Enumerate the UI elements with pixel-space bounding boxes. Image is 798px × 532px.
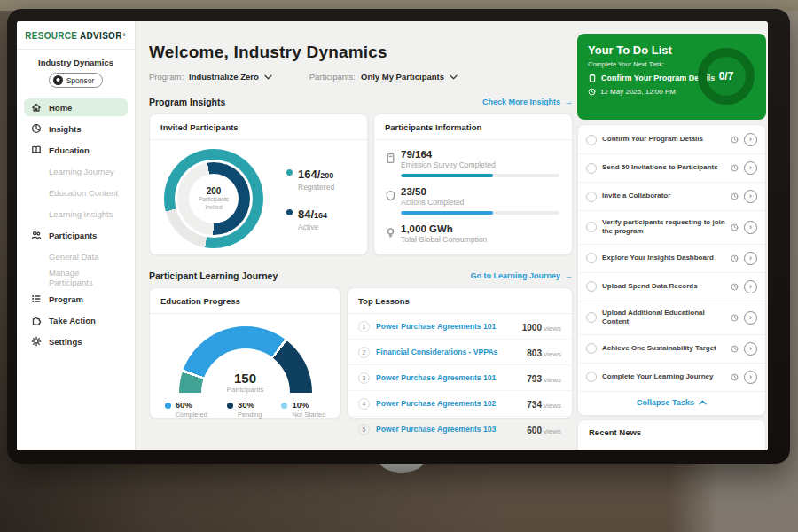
clipboard-icon bbox=[588, 74, 597, 82]
lesson-views: 793 bbox=[527, 374, 542, 384]
task-list-card: Confirm Your Program Details › Send 50 I… bbox=[577, 124, 766, 416]
legend-dot bbox=[286, 209, 293, 215]
lesson-link[interactable]: Financial Considerations - VPPAs bbox=[376, 348, 520, 356]
sidebar-item-learning-journey[interactable]: Learning Journey bbox=[24, 162, 128, 180]
legend-dot bbox=[165, 403, 171, 409]
clock-icon bbox=[731, 283, 739, 291]
task-label[interactable]: Invite a Collaborator bbox=[602, 192, 725, 200]
sidebar-item-settings[interactable]: Settings bbox=[24, 332, 128, 350]
sidebar-item-education-content[interactable]: Education Content bbox=[24, 184, 128, 201]
task-checkbox[interactable] bbox=[586, 253, 597, 263]
app-logo: RESOURCE ADVISOR+ bbox=[17, 31, 135, 41]
task-checkbox[interactable] bbox=[586, 343, 597, 354]
sidebar-item-insights[interactable]: Insights bbox=[24, 120, 128, 137]
clock-icon bbox=[731, 136, 739, 144]
dashboard-screen: RESOURCE ADVISOR+ Industry Dynamics Spon… bbox=[17, 21, 768, 450]
check-more-insights-link[interactable]: Check More Insights → bbox=[482, 98, 573, 106]
stat-row-consumption: 1,000 GWh Total Global Consumption bbox=[374, 223, 572, 244]
task-label[interactable]: Upload Additional Educational Content bbox=[602, 309, 725, 327]
link-label: Go to Learning Journey bbox=[470, 271, 560, 280]
lesson-link[interactable]: Power Purchase Agreements 103 bbox=[376, 425, 520, 434]
task-label[interactable]: Complete Your Learning Journey bbox=[602, 372, 725, 381]
legend-label: Not Started bbox=[292, 411, 325, 419]
todo-progress-ring: 0/7 bbox=[698, 48, 755, 105]
task-checkbox[interactable] bbox=[586, 312, 597, 323]
legend-active: 84/164 Active bbox=[286, 206, 334, 231]
participants-information-card: Participants Information 79/164 Emission… bbox=[373, 113, 573, 255]
lesson-views: 600 bbox=[527, 426, 542, 435]
chevron-right-icon[interactable]: › bbox=[744, 311, 757, 325]
recent-news-card: Recent News bbox=[577, 419, 766, 450]
task-label[interactable]: Send 50 Invitations to Participants bbox=[602, 163, 725, 172]
sponsor-badge[interactable]: Sponsor bbox=[49, 73, 104, 88]
task-checkbox[interactable] bbox=[586, 222, 597, 232]
sidebar-item-program[interactable]: Program bbox=[24, 290, 128, 308]
clock-icon bbox=[731, 164, 739, 172]
stat-value: 23/50 bbox=[401, 186, 559, 197]
clock-icon bbox=[731, 192, 739, 200]
survey-icon bbox=[385, 153, 396, 164]
chevron-right-icon[interactable]: › bbox=[744, 161, 757, 175]
progress-bar bbox=[401, 211, 559, 215]
sidebar-item-general-data[interactable]: General Data bbox=[24, 247, 128, 265]
participants-icon bbox=[31, 230, 42, 240]
link-label: Check More Insights bbox=[482, 98, 560, 106]
sidebar-item-label: Home bbox=[49, 103, 72, 113]
clock-icon bbox=[731, 314, 739, 322]
arrow-right-icon: → bbox=[565, 271, 573, 280]
insights-icon bbox=[31, 123, 42, 134]
task-label[interactable]: Explore Your Insights Dashboard bbox=[602, 254, 725, 262]
program-filter[interactable]: Program: Industrialize Zero bbox=[149, 72, 272, 82]
lesson-link[interactable]: Power Purchase Agreements 102 bbox=[376, 399, 520, 408]
task-row: Explore Your Insights Dashboard › bbox=[578, 245, 765, 273]
sidebar-divider bbox=[17, 49, 135, 50]
chevron-right-icon[interactable]: › bbox=[744, 133, 757, 146]
chevron-right-icon[interactable]: › bbox=[744, 280, 757, 293]
task-label[interactable]: Verify participants requesting to join t… bbox=[602, 218, 725, 237]
sidebar-item-education[interactable]: Education bbox=[24, 141, 128, 159]
collapse-tasks-link[interactable]: Collapse Tasks bbox=[578, 392, 765, 414]
chevron-down-icon bbox=[450, 74, 458, 80]
go-to-learning-journey-link[interactable]: Go to Learning Journey → bbox=[470, 271, 573, 280]
gauge-center: 150 Participants bbox=[179, 371, 312, 394]
sidebar-item-take-action[interactable]: Take Action bbox=[24, 311, 128, 329]
legend-value: 84/ bbox=[298, 207, 314, 221]
lesson-views: 1000 bbox=[522, 323, 542, 332]
task-row: Complete Your Learning Journey › bbox=[578, 364, 765, 392]
task-checkbox[interactable] bbox=[586, 135, 597, 145]
task-checkbox[interactable] bbox=[586, 192, 597, 202]
lesson-views-suffix: views bbox=[544, 350, 561, 358]
task-label[interactable]: Confirm Your Program Details bbox=[602, 135, 725, 144]
sidebar-item-learning-insights[interactable]: Learning Insights bbox=[24, 205, 128, 223]
chevron-right-icon[interactable]: › bbox=[744, 190, 757, 203]
legend-label: Active bbox=[298, 223, 327, 231]
sidebar-item-home[interactable]: Home bbox=[24, 98, 128, 116]
sidebar-item-manage-participants[interactable]: Manage Participants bbox=[24, 269, 128, 286]
legend-pct: 10% bbox=[292, 400, 325, 410]
chevron-right-icon[interactable]: › bbox=[744, 252, 757, 265]
task-checkbox[interactable] bbox=[586, 163, 597, 174]
legend-completed: 60% Completed bbox=[165, 400, 207, 419]
lesson-views-suffix: views bbox=[544, 376, 561, 384]
legend-pct: 60% bbox=[176, 400, 207, 410]
task-label[interactable]: Upload Spend Data Records bbox=[602, 282, 725, 291]
task-label[interactable]: Achieve One Sustainability Target bbox=[602, 344, 725, 353]
lesson-views: 803 bbox=[527, 348, 542, 358]
task-checkbox[interactable] bbox=[586, 372, 597, 382]
lesson-link[interactable]: Power Purchase Agreements 101 bbox=[376, 373, 520, 382]
sidebar-item-participants[interactable]: Participants bbox=[24, 226, 128, 244]
home-icon bbox=[31, 102, 42, 113]
chevron-right-icon[interactable]: › bbox=[744, 221, 757, 234]
top-lessons-card: Top Lessons 1 Power Purchase Agreements … bbox=[347, 287, 573, 419]
todo-summary-card: Your To Do List Complete Your Next Task:… bbox=[577, 34, 766, 120]
lesson-row: 3 Power Purchase Agreements 101 793views bbox=[348, 365, 572, 391]
lesson-link[interactable]: Power Purchase Agreements 101 bbox=[376, 322, 516, 331]
participants-filter[interactable]: Participants: Only My Participants bbox=[309, 72, 458, 82]
clock-icon bbox=[731, 223, 739, 231]
sidebar: RESOURCE ADVISOR+ Industry Dynamics Spon… bbox=[17, 21, 136, 450]
chevron-right-icon[interactable]: › bbox=[744, 342, 757, 356]
task-row: Verify participants requesting to join t… bbox=[578, 211, 765, 245]
todo-panel: Your To Do List Complete Your Next Task:… bbox=[577, 21, 766, 450]
task-checkbox[interactable] bbox=[586, 281, 597, 292]
chevron-right-icon[interactable]: › bbox=[744, 371, 757, 384]
